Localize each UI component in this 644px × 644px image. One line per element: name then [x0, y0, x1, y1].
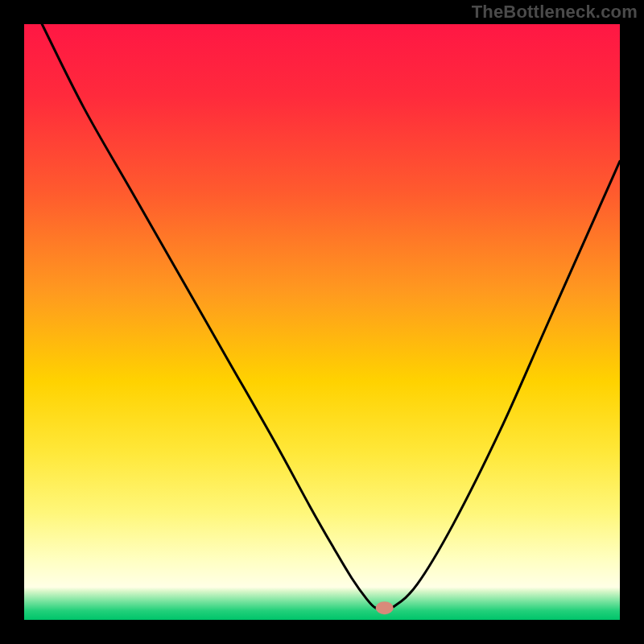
watermark-text: TheBottleneck.com	[472, 2, 638, 23]
optimal-marker	[376, 601, 394, 614]
chart-container: TheBottleneck.com	[0, 0, 644, 644]
bottleneck-chart	[0, 0, 644, 644]
plot-background	[24, 24, 620, 620]
